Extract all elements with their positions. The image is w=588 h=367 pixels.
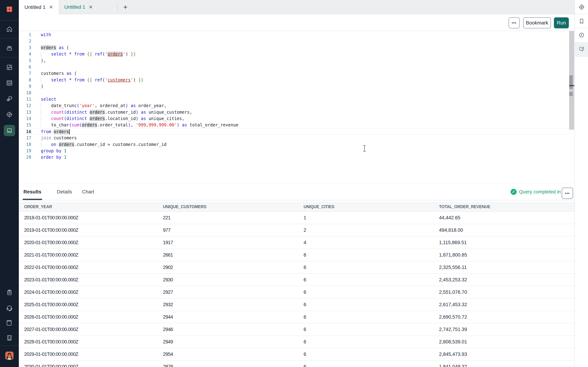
table-cell: 2026-01-01T00:00:00.000Z — [24, 314, 163, 320]
user-avatar[interactable] — [5, 351, 14, 360]
line-number: 5 — [19, 58, 31, 64]
table-cell: 221 — [163, 215, 303, 221]
code-line-5[interactable]: 5), — [19, 58, 569, 64]
column-header[interactable]: UNIQUE_CITIES — [303, 204, 439, 209]
code-line-12[interactable]: 12 date_trunc('year', ordered_at) as ord… — [19, 102, 569, 109]
table-cell: 2944 — [163, 314, 303, 320]
run-button[interactable]: Run — [554, 17, 569, 28]
code-line-19[interactable]: 19group by 1 — [19, 148, 569, 154]
divider — [0, 38, 19, 39]
code-text: to_char(sum(orders.order_total), '999,99… — [41, 122, 238, 128]
table-cell: 2028-01-01T00:00:00.000Z — [24, 339, 163, 345]
line-number: 17 — [19, 135, 31, 141]
table-cell: 2,551,076.70 — [439, 290, 574, 295]
apps-grid-icon[interactable] — [6, 63, 13, 71]
divider — [575, 56, 588, 57]
code-line-11[interactable]: 11select — [19, 96, 569, 102]
table-cell: 2,845,473.93 — [439, 351, 574, 357]
scrollbar-thumb[interactable] — [569, 75, 573, 85]
table-cell: 2902 — [163, 265, 303, 270]
column-header[interactable]: UNIQUE_CUSTOMERS — [163, 204, 303, 209]
org-building-icon[interactable] — [6, 334, 13, 342]
table-row: 2024-01-01T00:00:00.000Z292762,551,076.7… — [19, 286, 574, 299]
results-tab-details[interactable]: Details — [57, 184, 72, 200]
results-tab-results[interactable]: Results — [23, 184, 41, 200]
ai-chat-icon[interactable] — [578, 46, 585, 53]
bookmark-button[interactable]: Bookmark — [523, 17, 551, 28]
code-line-2[interactable]: 2 — [19, 38, 569, 44]
table-row: 2030-01-01T00:00:00.000Z287961,841,049.3… — [19, 361, 574, 367]
code-line-10[interactable]: 10 — [19, 90, 569, 96]
hex-logo[interactable] — [6, 5, 13, 13]
code-line-14[interactable]: 14 count(distinct orders.location_id) as… — [19, 116, 569, 122]
code-text: from orders — [41, 129, 70, 134]
code-line-7[interactable]: 7customers as ( — [19, 70, 569, 77]
home-icon[interactable] — [6, 25, 13, 33]
column-header[interactable]: ORDER_YEAR — [24, 204, 163, 209]
clipboard-icon[interactable] — [6, 289, 13, 296]
table-cell: 2,617,453.32 — [439, 302, 574, 308]
code-text: order by 1 — [41, 154, 67, 160]
table-row: 2018-01-01T00:00:00.000Z221144,442.65 — [19, 212, 574, 224]
scrollbar-thumb — [569, 86, 573, 89]
explore-compass-icon[interactable] — [578, 4, 585, 11]
code-text: on orders.customer_id = customers.custom… — [41, 141, 166, 148]
code-line-13[interactable]: 13 count(distinct orders.customer_id) as… — [19, 109, 569, 116]
table-row: 2025-01-01T00:00:00.000Z293262,617,453.3… — [19, 299, 574, 311]
table-cell: 2,742,751.39 — [439, 327, 574, 332]
column-header[interactable]: TOTAL_ORDER_REVENUE — [439, 204, 574, 209]
code-line-18[interactable]: 18 on orders.customer_id = customers.cus… — [19, 141, 569, 148]
line-number: 2 — [19, 38, 31, 44]
code-text: date_trunc('year', ordered_at) as order_… — [41, 102, 166, 109]
code-line-6[interactable]: 6 — [19, 64, 569, 70]
support-headset-icon[interactable] — [6, 304, 13, 312]
editor-tab-2[interactable]: Untitled 1✕ — [59, 0, 98, 14]
workspace-item-selected[interactable] — [4, 125, 15, 136]
docs-book-icon[interactable] — [6, 319, 13, 327]
code-line-4[interactable]: 4 select * from {{ ref('orders') }} — [19, 51, 569, 57]
close-icon[interactable]: ✕ — [89, 4, 93, 10]
windows-icon[interactable] — [6, 95, 13, 103]
code-line-1[interactable]: 1with — [19, 32, 569, 38]
history-clock-icon[interactable] — [578, 32, 585, 39]
table-row: 2027-01-01T00:00:00.000Z294662,742,751.3… — [19, 323, 574, 336]
toolbar-border — [19, 31, 574, 31]
sql-editor[interactable]: 1with23orders as (4 select * from {{ ref… — [19, 32, 569, 161]
close-icon[interactable]: ✕ — [49, 4, 53, 10]
table-cell: 44,442.65 — [439, 215, 574, 221]
table-cell: 6 — [303, 364, 439, 367]
cell-more-button[interactable]: ••• — [509, 17, 520, 28]
code-line-17[interactable]: 17join customers — [19, 135, 569, 141]
table-cell: 2022-01-01T00:00:00.000Z — [24, 265, 163, 270]
query-status: ✓ Query completed in 4s — [510, 184, 567, 200]
table-cell: 2 — [303, 227, 439, 233]
new-tab-button[interactable]: + — [120, 0, 130, 14]
line-number: 1 — [19, 32, 31, 38]
table-cell: 494,818.00 — [439, 227, 574, 233]
results-more-button[interactable]: ••• — [562, 188, 573, 199]
code-line-16[interactable]: 16from orders — [19, 128, 569, 135]
code-line-3[interactable]: 3orders as ( — [19, 44, 569, 51]
editor-tab-1[interactable]: Untitled 1✕ — [19, 0, 59, 14]
line-number: 9 — [19, 83, 31, 90]
code-line-9[interactable]: 9) — [19, 83, 569, 90]
table-cell: 2,690,570.72 — [439, 314, 574, 320]
table-cell: 977 — [163, 227, 303, 233]
code-line-8[interactable]: 8 select * from {{ ref('customers') }} — [19, 77, 569, 83]
projects-icon[interactable] — [6, 44, 13, 52]
editor-scrollbar[interactable] — [569, 31, 574, 130]
tabbar-border — [19, 14, 574, 14]
table-cell: 1,115,869.51 — [439, 240, 574, 245]
code-browser-icon[interactable] — [6, 79, 13, 87]
table-row: 2023-01-01T00:00:00.000Z293062,453,253.3… — [19, 274, 574, 286]
table-row: 2029-01-01T00:00:00.000Z295462,845,473.9… — [19, 348, 574, 361]
code-line-20[interactable]: 20order by 1 — [19, 154, 569, 160]
bookmark-icon[interactable] — [578, 18, 585, 25]
results-tab-chart[interactable]: Chart — [82, 184, 94, 200]
table-cell: 1,871,800.85 — [439, 252, 574, 258]
table-row: 2026-01-01T00:00:00.000Z294462,690,570.7… — [19, 311, 574, 323]
code-text: with — [41, 32, 51, 38]
explore-compass-icon[interactable] — [6, 111, 13, 118]
code-line-15[interactable]: 15 to_char(sum(orders.order_total), '999… — [19, 122, 569, 128]
text-caret — [69, 129, 70, 134]
